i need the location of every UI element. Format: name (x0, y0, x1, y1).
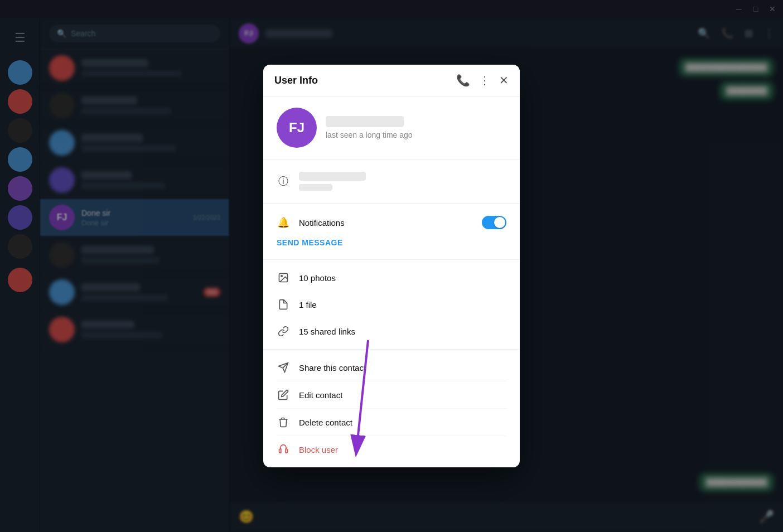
more-options-icon[interactable]: ⋮ (479, 74, 490, 87)
edit-icon (277, 388, 290, 402)
user-avatar: FJ (277, 108, 317, 148)
avatar-initials: FJ (289, 120, 304, 136)
links-row[interactable]: 15 shared links (277, 318, 506, 345)
notifications-label: Notifications (299, 218, 473, 228)
share-contact-label: Share this contact (299, 363, 366, 373)
info-icon: ⓘ (277, 175, 290, 188)
photos-label: 10 photos (299, 273, 336, 283)
file-label: 1 file (299, 300, 317, 309)
toggle-knob (494, 217, 505, 228)
info-row: ⓘ (277, 167, 506, 195)
block-user-label: Block user (299, 445, 338, 454)
photos-icon (277, 271, 290, 284)
modal-header: User Info 📞 ⋮ ✕ (263, 65, 520, 96)
profile-info: last seen a long time ago (326, 116, 506, 139)
photos-row[interactable]: 10 photos (277, 264, 506, 291)
delete-contact-label: Delete contact (299, 418, 352, 427)
delete-icon (277, 415, 290, 429)
delete-contact-row[interactable]: Delete contact (277, 409, 506, 436)
links-icon (277, 325, 290, 338)
profile-section: FJ last seen a long time ago (263, 96, 520, 159)
files-row[interactable]: 1 file (277, 291, 506, 318)
profile-status: last seen a long time ago (326, 130, 506, 139)
media-section: 10 photos 1 file 15 shared links (263, 260, 520, 350)
bell-icon: 🔔 (277, 216, 290, 229)
share-icon (277, 361, 290, 374)
notifications-toggle[interactable] (482, 216, 506, 229)
info-value (299, 172, 506, 191)
notifications-section: 🔔 Notifications SEND MESSAGE (263, 204, 520, 260)
share-contact-row[interactable]: Share this contact (277, 354, 506, 381)
send-message-button[interactable]: SEND MESSAGE (277, 234, 506, 252)
block-icon (277, 443, 290, 456)
modal-title: User Info (274, 75, 456, 86)
notif-row: 🔔 Notifications (277, 211, 506, 234)
file-icon (277, 298, 290, 311)
edit-contact-row[interactable]: Edit contact (277, 381, 506, 409)
links-label: 15 shared links (299, 327, 355, 336)
phone-icon[interactable]: 📞 (456, 74, 470, 87)
profile-name-blurred (326, 116, 404, 127)
modal-header-actions: 📞 ⋮ ✕ (456, 74, 509, 87)
overlay: User Info 📞 ⋮ ✕ FJ last seen a long time… (0, 0, 783, 532)
user-info-modal: User Info 📞 ⋮ ✕ FJ last seen a long time… (263, 65, 520, 467)
info-section: ⓘ (263, 159, 520, 204)
close-modal-icon[interactable]: ✕ (499, 74, 509, 87)
actions-section: Share this contact Edit contact Delete c… (263, 350, 520, 467)
block-user-row[interactable]: Block user (277, 436, 506, 463)
info-value-blurred (299, 172, 366, 181)
edit-contact-label: Edit contact (299, 390, 342, 400)
svg-point-1 (281, 275, 283, 277)
info-subvalue-blurred (299, 184, 332, 191)
